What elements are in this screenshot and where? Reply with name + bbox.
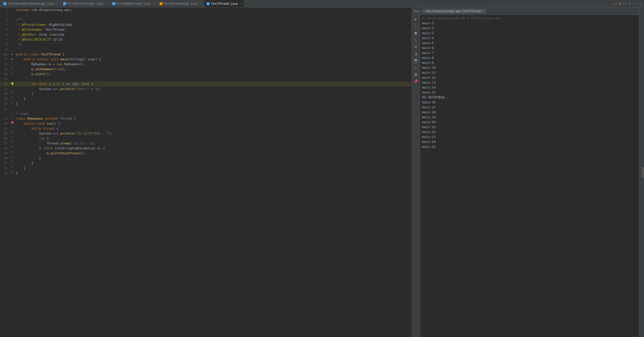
- line-num-20: 20: [0, 101, 10, 106]
- code-line-28: 28 } catch (InterruptedException e) {: [0, 146, 412, 151]
- code-line-25: 25 System.out.println("我一直守护者你...");: [0, 131, 412, 136]
- code-text-29: e.printStackTrace();: [15, 151, 412, 156]
- tab-close-4[interactable]: ×: [200, 2, 202, 5]
- run-icon-11[interactable]: ▶: [12, 57, 13, 62]
- code-line-7: 7 * @Date:2023/4/27 15:55: [0, 37, 412, 42]
- line-num-33: 33: [0, 171, 10, 176]
- code-line-13: 13 m.setDaemon(true);: [0, 67, 412, 72]
- up-arrow-icon[interactable]: ↑: [632, 2, 634, 5]
- code-text-23: public void run() {: [15, 121, 412, 126]
- code-line-10: 10 ▶ public class TestThread {: [0, 52, 412, 57]
- editor-pane[interactable]: 1 package com.dingjiaxiong.api; 2 3 /** …: [0, 7, 412, 337]
- tab-label-1: TestThreadStateChange.java: [8, 2, 54, 5]
- code-text-4: * @Projectname: BigDataStudy: [15, 22, 412, 27]
- line-num-3: 3: [0, 17, 10, 22]
- line-num-14: 14: [0, 72, 10, 77]
- tab-close-1[interactable]: ×: [56, 2, 58, 5]
- tab-even-thread[interactable]: PrintEvenThread.java ×: [60, 0, 110, 7]
- tab-state-change[interactable]: TestThreadStateChange.java ×: [1, 0, 60, 7]
- line-gutter-11[interactable]: ▶: [10, 57, 15, 62]
- editor-content: 1 package com.dingjiaxiong.api; 2 3 /** …: [0, 7, 412, 176]
- down-arrow-icon[interactable]: ↓: [636, 2, 638, 5]
- breakpoint-23[interactable]: [11, 121, 14, 124]
- right-sidebar: RESTKLK: [639, 7, 644, 337]
- tab-test-thread[interactable]: TestThread.java ×: [204, 0, 244, 7]
- stop-button[interactable]: ■: [413, 30, 419, 36]
- gutter-dot-26: [12, 136, 13, 138]
- code-line-9: 9: [0, 47, 412, 52]
- code-text-24: while (true) {: [15, 126, 412, 131]
- run-out-25: main:25: [422, 144, 637, 149]
- gutter-dot-30: [12, 156, 13, 158]
- code-line-30: 30 }: [0, 156, 412, 161]
- line-gutter-31: [10, 161, 15, 163]
- tab-label-5: TestThread.java: [211, 2, 238, 5]
- line-num-15: 15: [0, 77, 10, 82]
- code-line-15: 15: [0, 77, 412, 82]
- java-icon-5: [206, 2, 210, 5]
- print-button[interactable]: 🖨: [413, 50, 419, 57]
- line-num-5: 5: [0, 27, 10, 32]
- code-line-29: 29 e.printStackTrace();: [0, 151, 412, 156]
- code-line-19: 19 }: [0, 96, 412, 101]
- code-line-16: 16 💡 for (int i = 1; i <= 100; i++) {: [0, 82, 412, 86]
- scroll-down-button[interactable]: ↓: [413, 36, 419, 43]
- run-button[interactable]: ▶: [413, 16, 419, 22]
- run-icon-10[interactable]: ▶: [12, 52, 13, 57]
- gutter-dot-24: [12, 126, 13, 128]
- java-icon-4: [160, 2, 162, 5]
- tab-label-2: PrintEvenThread.java: [67, 2, 103, 5]
- line-num-25: 25: [0, 131, 10, 136]
- code-line-17: 17 System.out.println("main:" + i);: [0, 86, 412, 91]
- run-out-chinese: 我一直守护着你...: [422, 95, 637, 100]
- tab-thread-stop[interactable]: TestThreadStop.java ×: [157, 0, 204, 7]
- tab-close-2[interactable]: ×: [106, 2, 107, 5]
- line-gutter-24: [10, 126, 15, 128]
- run-out-3: main:3: [422, 31, 637, 36]
- java-icon-2: [63, 2, 66, 5]
- run-tab-main[interactable]: com.dingjiaxiong.api.TestThread ×: [423, 9, 486, 13]
- line-gutter-20: [10, 101, 15, 103]
- code-text-12: MyDaemon m = new MyDaemon();: [15, 62, 412, 67]
- code-text-3: /**: [15, 17, 412, 22]
- run-output[interactable]: D:\Develop\Java\jdk1.8.0_371\bin\java.ex…: [420, 15, 639, 337]
- line-num-32: 32: [0, 166, 10, 171]
- line-gutter-25: [10, 131, 15, 133]
- line-num-6: 6: [0, 32, 10, 37]
- code-text-27: Thread.sleep( millis: 1);: [15, 141, 412, 146]
- line-gutter-10[interactable]: ▶: [10, 52, 15, 57]
- code-text-13: m.setDaemon(true);: [15, 67, 412, 72]
- line-num-21: 21: [0, 106, 10, 111]
- settings-button[interactable]: ⚙: [413, 43, 419, 50]
- code-line-24: 24 while (true) {: [0, 126, 412, 131]
- line-num-29: 29: [0, 151, 10, 156]
- run-tab-close[interactable]: ×: [482, 9, 484, 12]
- tab-odd-thread[interactable]: PrintOddThread.java ×: [110, 0, 157, 7]
- line-gutter-29: [10, 151, 15, 153]
- line-num-30: 30: [0, 156, 10, 161]
- code-line-12: 12 MyDaemon m = new MyDaemon();: [0, 62, 412, 67]
- code-text-20: }: [15, 101, 412, 106]
- line-num-8: 8: [0, 42, 10, 47]
- scroll-up-button[interactable]: ↑: [413, 23, 419, 29]
- run-out-18: main:18: [422, 110, 637, 115]
- gutter-dot-22: [12, 116, 13, 118]
- gutter-dot-31: [12, 161, 13, 163]
- line-gutter-32: [10, 166, 15, 168]
- line-num-22: 22: [0, 116, 10, 121]
- tab-close-5[interactable]: ×: [240, 2, 242, 5]
- tab-close-3[interactable]: ×: [153, 2, 154, 5]
- pin-button[interactable]: 📌: [413, 78, 419, 84]
- code-text-30: }: [15, 156, 412, 161]
- line-num-18: 18: [0, 91, 10, 96]
- code-text-16: for (int i = 1; i <= 100; i++) {: [15, 82, 412, 86]
- line-gutter-22: [10, 116, 15, 118]
- gutter-dot-19: [12, 96, 13, 98]
- delete-button[interactable]: 🗑: [413, 71, 419, 78]
- camera-button[interactable]: 📷: [413, 57, 419, 64]
- line-num-4: 4: [0, 22, 10, 27]
- back-button[interactable]: ⇐: [413, 64, 419, 71]
- line-gutter-23: [10, 121, 15, 124]
- run-out-8: main:8: [422, 55, 637, 60]
- code-text-26: try {: [15, 136, 412, 141]
